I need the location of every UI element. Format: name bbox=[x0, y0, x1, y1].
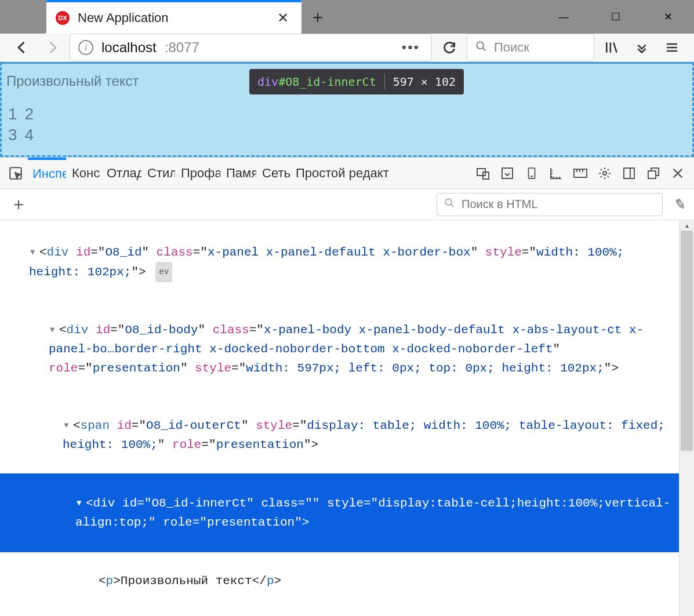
browser-navbar: i localhost:8077 ••• Поиск bbox=[0, 34, 694, 62]
new-tab-button[interactable]: ＋ bbox=[301, 0, 334, 34]
favicon-icon: DX bbox=[56, 11, 70, 25]
tab-title: New Application bbox=[78, 10, 274, 25]
tab-scratchpad[interactable]: Простой редакт bbox=[291, 158, 390, 188]
svg-point-8 bbox=[603, 172, 606, 175]
element-picker-icon[interactable] bbox=[5, 162, 27, 184]
svg-point-11 bbox=[445, 199, 452, 205]
tab-network[interactable]: Сеть bbox=[257, 158, 290, 188]
dom-search-box[interactable] bbox=[437, 193, 663, 216]
devtools-searchbar: ＋ ✎ bbox=[0, 189, 694, 220]
reload-button[interactable] bbox=[437, 35, 462, 60]
tab-console[interactable]: Конс bbox=[67, 158, 101, 188]
tab-style[interactable]: Стил bbox=[143, 158, 175, 188]
dom-node-selected[interactable]: ▾<div id="O8_id-innerCt" class="" style=… bbox=[0, 473, 679, 552]
url-bar[interactable]: i localhost:8077 ••• bbox=[70, 34, 432, 61]
page-actions-icon[interactable]: ••• bbox=[398, 39, 423, 56]
dock-side-icon[interactable] bbox=[617, 162, 641, 185]
page-table: 12 34 bbox=[6, 103, 41, 146]
tab-debugger[interactable]: Отлад bbox=[102, 158, 141, 188]
rulers-icon[interactable] bbox=[544, 162, 568, 185]
dom-node[interactable]: ▾<div id="O8_id" class="x-panel x-panel-… bbox=[0, 224, 679, 301]
page-content: Произвольный текст 12 34 div#O8_id-inner… bbox=[0, 62, 694, 157]
settings-icon[interactable] bbox=[593, 162, 616, 185]
tooltip-separator bbox=[384, 74, 385, 90]
library-icon[interactable] bbox=[599, 35, 624, 60]
scroll-up-icon[interactable]: ▴ bbox=[680, 221, 694, 229]
svg-rect-9 bbox=[624, 168, 634, 178]
iframe-picker-icon[interactable] bbox=[496, 162, 519, 185]
tab-profiler[interactable]: Профа bbox=[176, 158, 220, 188]
minimize-button[interactable]: — bbox=[537, 0, 590, 34]
close-window-button[interactable]: ✕ bbox=[642, 0, 694, 34]
event-badge[interactable]: ev bbox=[155, 262, 172, 282]
close-tab-icon[interactable]: ✕ bbox=[274, 10, 292, 26]
measure-icon[interactable] bbox=[569, 162, 592, 185]
browser-tab[interactable]: DX New Application ✕ bbox=[46, 0, 301, 34]
tooltip-dimensions: 597 × 102 bbox=[393, 75, 464, 89]
url-port: :8077 bbox=[165, 39, 199, 56]
vertical-scrollbar[interactable]: ▴ ▾ bbox=[679, 220, 694, 616]
scrollbar-thumb[interactable] bbox=[681, 231, 693, 451]
search-box[interactable]: Поиск bbox=[467, 34, 594, 61]
menu-icon[interactable] bbox=[659, 35, 685, 60]
tooltip-tag: div bbox=[249, 75, 278, 89]
dom-search-input[interactable] bbox=[460, 197, 655, 212]
svg-point-0 bbox=[477, 42, 484, 49]
tab-memory[interactable]: Памя bbox=[221, 158, 256, 188]
devtools-tabbar: Инспе Конс Отлад Стил Профа Памя Сеть Пр… bbox=[0, 158, 694, 189]
close-devtools-icon[interactable] bbox=[666, 162, 689, 185]
back-button[interactable] bbox=[9, 35, 35, 60]
forward-button[interactable] bbox=[39, 35, 65, 60]
undock-icon[interactable] bbox=[642, 162, 665, 185]
dom-node[interactable]: ▾<span id="O8_id-outerCt" style="display… bbox=[0, 397, 679, 473]
dom-node[interactable]: <p>Произвольный текст</p> bbox=[0, 552, 679, 610]
svg-point-6 bbox=[531, 176, 532, 177]
table-row: 12 bbox=[8, 104, 39, 124]
twisty-icon[interactable]: ▾ bbox=[75, 494, 86, 513]
window-controls: — ☐ ✕ bbox=[537, 0, 694, 34]
twisty-icon[interactable]: ▾ bbox=[63, 416, 73, 435]
svg-rect-10 bbox=[648, 171, 656, 178]
twisty-icon[interactable]: ▾ bbox=[29, 243, 39, 262]
dom-node[interactable]: ▾<div id="O8_id-body" class="x-panel-bod… bbox=[0, 301, 679, 397]
svg-rect-4 bbox=[502, 168, 513, 178]
dom-tree[interactable]: ▾<div id="O8_id" class="x-panel x-panel-… bbox=[0, 220, 679, 616]
edit-icon[interactable]: ✎ bbox=[673, 195, 688, 213]
table-row: 34 bbox=[8, 125, 39, 145]
search-icon bbox=[475, 41, 487, 55]
responsive-mode-icon[interactable] bbox=[471, 162, 495, 185]
add-node-button[interactable]: ＋ bbox=[8, 192, 29, 216]
screenshot-icon[interactable] bbox=[520, 162, 543, 185]
tab-inspector[interactable]: Инспе bbox=[28, 158, 66, 188]
maximize-button[interactable]: ☐ bbox=[590, 0, 642, 34]
search-icon bbox=[444, 198, 455, 211]
url-host: localhost bbox=[101, 39, 157, 56]
tab-spacer bbox=[0, 0, 46, 34]
tooltip-id: #O8_id-innerCt bbox=[278, 75, 376, 89]
site-info-icon[interactable]: i bbox=[78, 40, 93, 55]
search-placeholder: Поиск bbox=[494, 40, 529, 55]
element-info-tooltip: div#O8_id-innerCt 597 × 102 bbox=[249, 69, 464, 94]
dom-node[interactable]: ▸<table>⋯</table> bbox=[0, 610, 679, 616]
window-titlebar: DX New Application ✕ ＋ — ☐ ✕ bbox=[0, 0, 694, 34]
twisty-icon[interactable]: ▾ bbox=[49, 320, 59, 340]
devtools-panel: Инспе Конс Отлад Стил Профа Памя Сеть Пр… bbox=[0, 157, 694, 616]
overflow-icon[interactable] bbox=[629, 35, 655, 60]
